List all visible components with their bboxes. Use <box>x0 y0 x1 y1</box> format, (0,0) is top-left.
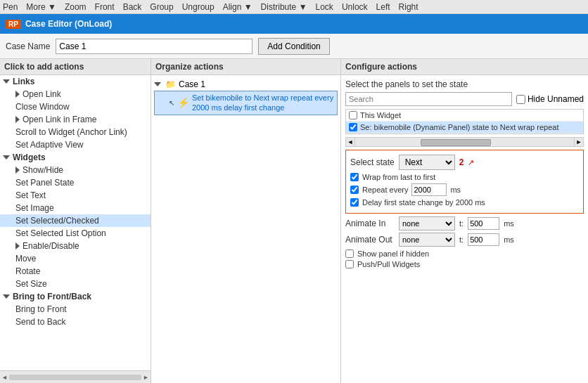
toolbar-distribute[interactable]: Distribute ▼ <box>261 2 307 12</box>
animate-in-t-label: t: <box>459 219 464 228</box>
toolbar-align[interactable]: Align ▼ <box>223 2 253 12</box>
tree-item-show-hide[interactable]: Show/Hide <box>0 164 151 176</box>
animate-out-t-label: t: <box>459 235 464 244</box>
h-scroll-right-btn[interactable]: ► <box>574 137 584 147</box>
tree-item-set-selected-checked[interactable]: Set Selected/Checked <box>0 214 151 227</box>
actions-tree: Links Open Link Close Window Open Link i… <box>0 75 151 370</box>
tree-item-move[interactable]: Move <box>0 252 151 265</box>
tree-item-bring-to-front[interactable]: Bring to Front <box>0 303 151 316</box>
tree-label-set-text: Set Text <box>15 190 46 200</box>
action-text: Set bikemobile to Next wrap repeat every… <box>192 93 334 113</box>
toolbar-more[interactable]: More ▼ <box>26 2 56 12</box>
tree-item-scroll-to-widget[interactable]: Scroll to Widget (Anchor Link) <box>0 126 151 138</box>
panel-list-item-this-widget[interactable]: This Widget <box>346 110 583 122</box>
panel-list: This Widget Se: bikemobile (Dynamic Pane… <box>345 109 584 134</box>
toolbar-front[interactable]: Front <box>95 2 115 12</box>
show-panel-checkbox[interactable] <box>345 249 354 258</box>
configure-content: Select the panels to set the state Hide … <box>341 75 588 383</box>
animate-out-t-input[interactable] <box>468 233 499 246</box>
tree-item-set-panel-state[interactable]: Set Panel State <box>0 176 151 189</box>
toolbar-lock[interactable]: Lock <box>316 2 333 12</box>
tree-label-set-size: Set Size <box>15 279 47 289</box>
title-bar-text: Case Editor (OnLoad) <box>25 19 112 29</box>
tree-category-links[interactable]: Links <box>0 75 151 88</box>
tree-item-close-window[interactable]: Close Window <box>0 100 151 113</box>
left-panel-scrollbar[interactable]: ◄ ► <box>0 370 151 383</box>
push-pull-row: Push/Pull Widgets <box>345 260 584 268</box>
tree-label-bring-to-front-back: Bring to Front/Back <box>13 292 91 301</box>
tree-item-set-selected-list-option[interactable]: Set Selected List Option <box>0 227 151 240</box>
tree-item-set-text[interactable]: Set Text <box>0 189 151 202</box>
tree-label-open-link: Open Link <box>23 89 61 99</box>
tree-item-open-link-frame[interactable]: Open Link in Frame <box>0 113 151 126</box>
delay-checkbox-row: Delay first state change by 2000 ms <box>350 198 579 207</box>
tree-label-set-image: Set Image <box>15 203 54 213</box>
add-condition-button[interactable]: Add Condition <box>258 38 329 55</box>
hide-unnamed-row: Hide Unnamed <box>516 94 584 104</box>
toolbar-back[interactable]: Back <box>123 2 142 12</box>
toolbar-zoom[interactable]: Zoom <box>65 2 87 12</box>
tree-label-open-link-frame: Open Link in Frame <box>23 115 96 124</box>
tree-item-send-to-back[interactable]: Send to Back <box>0 316 151 328</box>
arrow-right-icon3 <box>15 167 20 174</box>
animate-in-select[interactable]: none fade slide <box>399 216 455 231</box>
section-label: Select the panels to set the state <box>345 79 584 89</box>
state-config-box: Select state Next Previous First Last 2 … <box>345 150 584 214</box>
case-name-bar: Case Name Add Condition <box>0 34 588 59</box>
toolbar-right[interactable]: Right <box>399 2 418 12</box>
tree-item-set-adaptive-view[interactable]: Set Adaptive View <box>0 138 151 151</box>
toolbar-ungroup[interactable]: Ungroup <box>182 2 215 12</box>
tree-label-close-window: Close Window <box>15 102 70 112</box>
panel-list-item-bikemobile[interactable]: Se: bikemobile (Dynamic Panel) state to … <box>346 122 583 134</box>
tree-item-set-size[interactable]: Set Size <box>0 278 151 290</box>
animate-in-t-input[interactable] <box>468 217 499 230</box>
tree-item-rotate[interactable]: Rotate <box>0 265 151 278</box>
push-pull-checkbox[interactable] <box>345 260 354 268</box>
number-indicator-icon: ↗ <box>468 158 474 167</box>
delay-checkbox[interactable] <box>350 198 359 207</box>
h-scrollbar[interactable]: ◄ ► <box>345 137 584 147</box>
panel-name-this-widget: This Widget <box>360 111 401 119</box>
toolbar-unlock[interactable]: Unlock <box>342 2 368 12</box>
delay-label: Delay first state change by 2000 ms <box>362 198 485 207</box>
tree-label-send-to-back: Send to Back <box>15 317 65 327</box>
hide-unnamed-checkbox[interactable] <box>516 95 525 104</box>
panel-checkbox-this-widget[interactable] <box>349 111 357 119</box>
push-pull-label: Push/Pull Widgets <box>357 260 420 268</box>
state-select-dropdown[interactable]: Next Previous First Last <box>399 155 455 170</box>
arrow-right-icon2 <box>15 116 20 123</box>
animate-out-select[interactable]: none fade slide <box>399 233 455 247</box>
panel-checkbox-bikemobile[interactable] <box>349 123 357 131</box>
animate-in-label: Animate In <box>345 219 395 228</box>
tree-item-open-link[interactable]: Open Link <box>0 88 151 100</box>
right-panel: Configure actions Select the panels to s… <box>341 59 588 383</box>
case-node: 📁 Case 1 <box>154 78 338 91</box>
action-item[interactable]: ↖ ⚡ Set bikemobile to Next wrap repeat e… <box>154 91 338 115</box>
repeat-input[interactable] <box>411 183 447 196</box>
repeat-checkbox[interactable] <box>350 186 359 194</box>
tree-category-bring-to-front-back[interactable]: Bring to Front/Back <box>0 290 151 303</box>
repeat-ms-label: ms <box>450 186 461 194</box>
triangle-down-icon3 <box>3 294 10 299</box>
toolbar-pen[interactable]: Pen <box>3 2 18 12</box>
tree-item-enable-disable[interactable]: Enable/Disable <box>0 240 151 252</box>
tree-item-set-image[interactable]: Set Image <box>0 202 151 214</box>
toolbar-group[interactable]: Group <box>150 2 173 12</box>
case-triangle-icon <box>154 82 161 86</box>
tree-label-set-panel-state: Set Panel State <box>15 178 74 188</box>
main-content: Click to add actions Links Open Link Clo… <box>0 59 588 383</box>
title-bar: RP Case Editor (OnLoad) <box>0 14 588 34</box>
lightning-icon: ⚡ <box>177 97 189 108</box>
show-panel-row: Show panel if hidden <box>345 249 584 258</box>
toolbar-left[interactable]: Left <box>376 2 390 12</box>
panel-name-bikemobile: Se: bikemobile (Dynamic Panel) state to … <box>360 123 558 131</box>
h-scroll-thumb[interactable] <box>421 139 491 146</box>
search-input[interactable] <box>345 92 512 106</box>
folder-icon: 📁 <box>165 79 176 89</box>
wrap-checkbox[interactable] <box>350 173 359 181</box>
animate-in-row: Animate In none fade slide t: ms <box>345 216 584 231</box>
case-name-input[interactable] <box>56 39 253 54</box>
toolbar: Pen More ▼ Zoom Front Back Group Ungroup… <box>0 0 588 14</box>
h-scroll-left-btn[interactable]: ◄ <box>345 137 355 147</box>
tree-category-widgets[interactable]: Widgets <box>0 151 151 164</box>
